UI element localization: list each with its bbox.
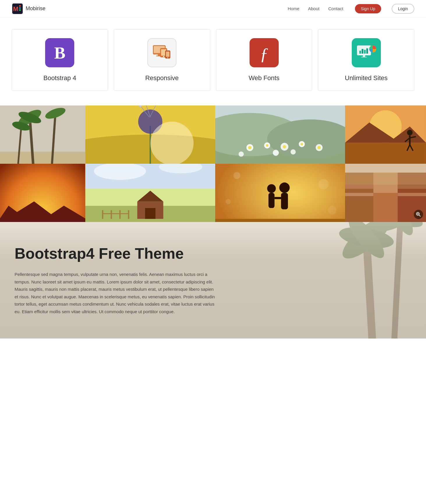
svg-line-120 [392, 222, 400, 339]
svg-rect-5 [19, 9, 21, 11]
svg-rect-100 [215, 219, 345, 222]
svg-rect-19 [362, 49, 363, 54]
navbar: M Mobirise Home About Contact Sign Up Lo… [0, 0, 426, 17]
svg-point-62 [273, 150, 279, 156]
svg-rect-22 [363, 55, 365, 57]
svg-point-102 [318, 179, 329, 189]
svg-rect-3 [19, 5, 21, 7]
svg-point-125 [376, 222, 425, 232]
feature-card-responsive: Responsive [114, 29, 210, 91]
gallery-cell-sunset-person[interactable] [345, 105, 426, 164]
gallery-cell-barn[interactable] [85, 164, 215, 222]
gallery-row-2 [0, 164, 426, 222]
content-inner: Bootstrap4 Free Theme Pellentesque sed m… [15, 245, 218, 315]
svg-rect-18 [359, 51, 361, 54]
gallery-cell-dandelion[interactable] [85, 105, 215, 164]
svg-rect-94 [215, 164, 345, 222]
svg-point-123 [343, 222, 389, 263]
feature-title-responsive: Responsive [145, 74, 179, 82]
svg-rect-20 [364, 50, 366, 54]
svg-rect-26 [0, 152, 85, 164]
gallery-cell-golden-sunset[interactable] [0, 164, 85, 222]
svg-rect-96 [268, 193, 275, 208]
svg-point-54 [266, 144, 268, 147]
svg-point-45 [150, 121, 194, 164]
svg-point-101 [233, 172, 240, 179]
svg-point-95 [267, 184, 276, 193]
svg-point-56 [283, 145, 286, 149]
brand[interactable]: M Mobirise [12, 3, 45, 15]
svg-point-104 [328, 206, 337, 215]
responsive-icon [147, 38, 176, 67]
svg-point-121 [337, 222, 396, 265]
svg-point-12 [163, 56, 164, 57]
svg-point-126 [383, 222, 417, 238]
zoom-icon[interactable] [414, 210, 423, 219]
content-title: Bootstrap4 Free Theme [15, 245, 218, 262]
svg-point-63 [291, 149, 296, 155]
features-section: B Bootstrap 4 [0, 17, 426, 105]
content-body: Pellentesque sed magna tempus, vulputate… [15, 271, 218, 315]
gallery-cell-palm[interactable] [0, 105, 85, 164]
bottom-section [0, 339, 426, 368]
nav-home[interactable]: Home [288, 6, 299, 11]
content-section: Bootstrap4 Free Theme Pellentesque sed m… [0, 222, 426, 339]
svg-rect-23 [361, 57, 367, 57]
palm-bg-icon [256, 222, 426, 339]
svg-point-122 [337, 224, 395, 252]
svg-rect-113 [398, 193, 426, 196]
nav-contact[interactable]: Contact [328, 6, 343, 11]
nav-about[interactable]: About [308, 6, 319, 11]
gallery-row-1 [0, 105, 426, 164]
svg-rect-14 [166, 52, 169, 57]
feature-title-webfonts: Web Fonts [249, 74, 280, 82]
svg-rect-65 [345, 143, 426, 164]
svg-line-119 [366, 238, 375, 339]
feature-card-webfonts: ƒ Web Fonts [216, 29, 312, 91]
svg-rect-111 [345, 193, 373, 196]
webfonts-icon: ƒ [250, 38, 279, 67]
feature-card-bootstrap: B Bootstrap 4 [12, 29, 108, 91]
nav-links: Home About Contact Sign Up Login [288, 4, 414, 14]
bootstrap-icon: B [45, 38, 74, 67]
feature-title-bootstrap: Bootstrap 4 [43, 74, 76, 82]
feature-title-unlimited: Unlimited Sites [345, 74, 388, 82]
svg-point-60 [317, 146, 321, 149]
brand-name: Mobirise [26, 6, 45, 12]
svg-rect-114 [345, 164, 426, 173]
devices-svg [150, 43, 174, 63]
gallery-cell-couple[interactable] [215, 164, 345, 222]
svg-point-103 [225, 199, 231, 204]
svg-rect-112 [398, 185, 426, 189]
unlimited-icon [352, 38, 381, 67]
svg-point-58 [301, 143, 303, 145]
features-grid: B Bootstrap 4 [12, 29, 414, 91]
signup-button[interactable]: Sign Up [355, 4, 381, 13]
svg-text:M: M [13, 5, 18, 13]
svg-line-116 [419, 215, 420, 216]
brand-logo-icon: M [12, 3, 23, 15]
svg-point-97 [279, 182, 290, 193]
svg-rect-87 [145, 208, 155, 219]
svg-rect-27 [0, 105, 85, 152]
svg-rect-98 [281, 193, 288, 209]
svg-point-52 [248, 146, 252, 149]
svg-point-69 [407, 130, 413, 135]
feature-card-unlimited: Unlimited Sites [318, 29, 414, 91]
unlimited-svg [355, 43, 378, 63]
gallery-section [0, 105, 426, 222]
gallery-cell-flowers[interactable] [215, 105, 345, 164]
svg-rect-110 [345, 185, 373, 189]
svg-rect-4 [19, 7, 21, 9]
login-button[interactable]: Login [392, 4, 414, 14]
svg-point-15 [167, 57, 168, 58]
svg-point-61 [238, 151, 244, 157]
svg-point-124 [374, 222, 426, 237]
gallery-cell-canyon[interactable] [345, 164, 426, 222]
svg-rect-21 [366, 48, 368, 54]
